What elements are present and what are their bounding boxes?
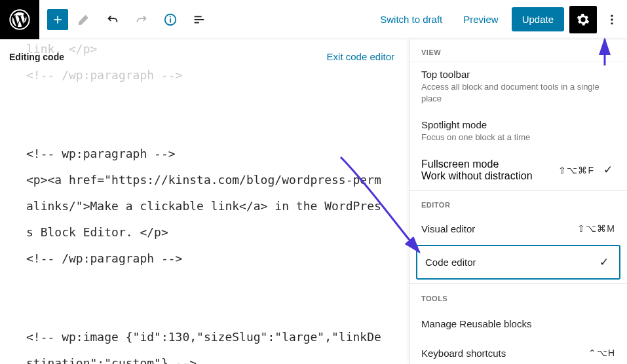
visual-editor-shortcut: ⇧⌥⌘M — [577, 223, 615, 234]
svg-point-5 — [611, 18, 613, 20]
options-panel: VIEW Top toolbar Access all block and do… — [409, 39, 627, 364]
preview-button[interactable]: Preview — [455, 9, 506, 30]
keyboard-shortcuts-option[interactable]: Keyboard shortcuts ⌃⌥H — [409, 338, 627, 364]
fullscreen-desc: Work without distraction — [421, 170, 558, 182]
visual-editor-option[interactable]: Visual editor ⇧⌥⌘M — [409, 215, 627, 242]
top-toolbar-option[interactable]: Top toolbar Access all block and documen… — [409, 62, 627, 113]
check-icon: ✓ — [597, 255, 611, 269]
keyboard-shortcuts-shortcut: ⌃⌥H — [588, 348, 615, 358]
pencil-icon — [77, 12, 91, 27]
code-editor-label: Code editor — [425, 257, 476, 268]
spotlight-desc: Focus on one block at a time — [421, 132, 615, 143]
code-editor-option[interactable]: Code editor ✓ — [416, 245, 620, 280]
add-block-button[interactable] — [47, 9, 68, 30]
view-section-title: VIEW — [409, 39, 627, 62]
switch-to-draft-button[interactable]: Switch to draft — [372, 9, 450, 30]
redo-icon — [134, 12, 149, 27]
list-icon — [192, 12, 206, 27]
fullscreen-title: Fullscreen mode — [421, 158, 558, 170]
gear-icon — [576, 12, 590, 27]
spotlight-mode-option[interactable]: Spotlight mode Focus on one block at a t… — [409, 113, 627, 151]
code-editor-textarea[interactable]: link. </p> <!-- /wp:paragraph --> <!-- w… — [0, 36, 409, 364]
undo-icon — [105, 12, 120, 27]
tools-section-title: TOOLS — [409, 284, 627, 309]
redo-button[interactable] — [128, 7, 155, 33]
manage-blocks-label: Manage Reusable blocks — [421, 318, 531, 329]
fullscreen-mode-option[interactable]: Fullscreen mode Work without distraction… — [409, 152, 627, 190]
plus-icon — [51, 13, 64, 26]
spotlight-title: Spotlight mode — [421, 119, 615, 130]
editor-section-title: EDITOR — [409, 191, 627, 215]
svg-rect-2 — [170, 18, 171, 22]
edit-mode-button[interactable] — [71, 7, 97, 33]
keyboard-shortcuts-label: Keyboard shortcuts — [421, 348, 506, 359]
outline-button[interactable] — [186, 7, 212, 33]
fullscreen-shortcut: ⇧⌥⌘F — [558, 165, 594, 175]
code-text: <!-- wp:paragraph --> <p><a href="https:… — [26, 147, 381, 364]
update-button[interactable]: Update — [512, 7, 564, 31]
wordpress-logo[interactable] — [0, 0, 39, 39]
visual-editor-label: Visual editor — [421, 223, 475, 234]
settings-button[interactable] — [569, 6, 597, 33]
kebab-icon — [605, 13, 618, 26]
top-toolbar-desc: Access all block and document tools in a… — [421, 81, 615, 105]
manage-reusable-blocks-option[interactable]: Manage Reusable blocks — [409, 309, 627, 338]
check-icon: ✓ — [601, 163, 615, 177]
info-icon — [163, 12, 178, 27]
editing-code-label: Editing code — [9, 52, 64, 62]
more-options-button[interactable] — [602, 6, 622, 33]
exit-code-editor-link[interactable]: Exit code editor — [327, 51, 394, 62]
top-toolbar-title: Top toolbar — [421, 69, 615, 80]
svg-rect-3 — [170, 16, 171, 17]
svg-point-4 — [611, 14, 613, 16]
info-button[interactable] — [157, 7, 183, 33]
wordpress-icon — [9, 9, 30, 30]
undo-button[interactable] — [100, 7, 126, 33]
svg-point-6 — [611, 22, 613, 24]
